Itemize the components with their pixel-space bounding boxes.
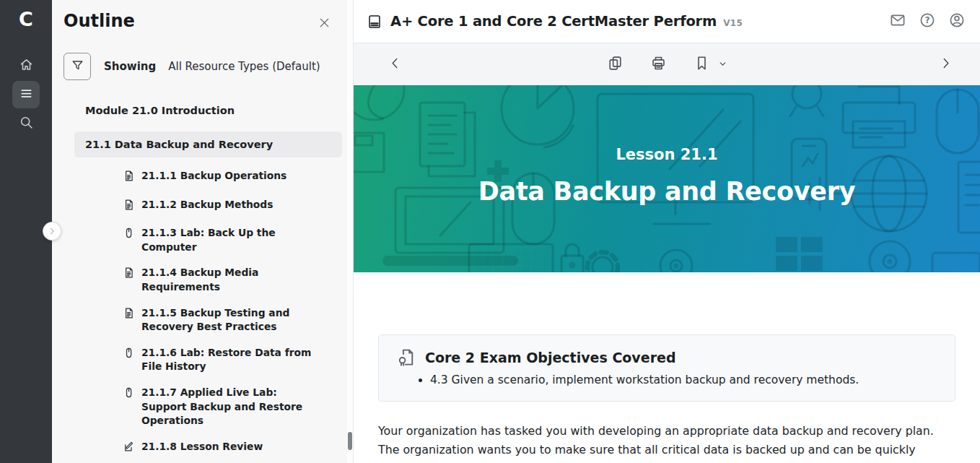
objectives-title: Core 2 Exam Objectives Covered	[425, 350, 676, 365]
copy-button[interactable]	[607, 55, 624, 74]
objective-bullet: 4.3 Given a scenario, implement workstat…	[430, 373, 936, 386]
lesson-body: Core 2 Exam Objectives Covered 4.3 Given…	[354, 334, 980, 463]
outline-item[interactable]: 21.1.7 Applied Live Lab: Support Backup …	[123, 386, 318, 428]
print-button[interactable]	[650, 55, 667, 74]
bookmark-button[interactable]	[694, 55, 710, 74]
outline-item-label: 21.1.6 Lab: Restore Data from File Histo…	[141, 346, 318, 374]
outline-item[interactable]: 21.1.5 Backup Testing and Recovery Best …	[123, 306, 318, 334]
mouse-icon	[123, 227, 135, 254]
outline-item[interactable]: Module 21.0 Introduction	[85, 103, 353, 118]
outline-item-label: 21.1 Data Backup and Recovery	[85, 139, 273, 150]
printer-icon	[650, 55, 667, 74]
copy-icon	[607, 55, 624, 74]
resource-filter-row: Showing All Resource Types (Default)	[64, 53, 353, 80]
outline-item[interactable]: 21.1.8 Lesson Review	[123, 440, 318, 457]
messages-button[interactable]	[889, 12, 906, 32]
outline-scrollbar[interactable]	[347, 0, 353, 463]
outline-item[interactable]: 21.1.6 Lab: Restore Data from File Histo…	[123, 346, 318, 374]
mouse-icon	[123, 386, 135, 428]
outline-item[interactable]: 21.1.3 Lab: Back Up the Computer	[123, 226, 318, 254]
next-page-button[interactable]	[939, 43, 953, 85]
doc-icon	[123, 170, 135, 186]
edit-icon	[123, 441, 135, 457]
mouse-icon	[123, 347, 135, 374]
outline-item-label: 21.1.7 Applied Live Lab: Support Backup …	[141, 386, 318, 428]
lesson-title: Data Backup and Recovery	[354, 177, 980, 206]
close-icon	[318, 19, 331, 33]
chevron-right-icon	[48, 225, 56, 238]
account-icon	[948, 12, 966, 32]
close-outline-button[interactable]	[318, 16, 331, 33]
previous-page-button[interactable]	[388, 43, 402, 85]
filter-icon	[71, 59, 84, 74]
outline-item[interactable]: 21.1.2 Backup Methods	[123, 198, 318, 215]
exam-objectives-box: Core 2 Exam Objectives Covered 4.3 Given…	[378, 334, 955, 402]
page-toolbar	[354, 43, 980, 85]
outline-item[interactable]: 21.1.4 Backup Media Requirements	[123, 266, 318, 294]
help-icon	[919, 12, 936, 32]
brand-logo: C	[0, 8, 52, 30]
filter-button[interactable]	[64, 53, 91, 80]
outline-scrollbar-thumb[interactable]	[348, 432, 352, 450]
course-header: A+ Core 1 and Core 2 CertMaster Perform …	[354, 0, 980, 43]
bookmark-icon	[694, 55, 710, 74]
main-content: A+ Core 1 and Core 2 CertMaster Perform …	[354, 0, 980, 463]
course-book-icon	[367, 14, 382, 30]
search-button[interactable]	[12, 110, 40, 137]
outline-panel: Outline Showing All Resource Types (Defa…	[52, 0, 354, 463]
doc-icon	[123, 307, 135, 334]
outline-item-label: 21.1.8 Lesson Review	[141, 440, 263, 457]
filter-value: All Resource Types (Default)	[168, 60, 320, 73]
outline-item-label: 21.1.2 Backup Methods	[141, 198, 273, 215]
outline-item-label: 21.1.5 Backup Testing and Recovery Best …	[141, 306, 318, 334]
chevron-down-icon	[718, 58, 727, 72]
help-button[interactable]	[919, 12, 936, 32]
outline-item-label: Module 21.0 Introduction	[85, 105, 235, 116]
lesson-hero-banner: Lesson 21.1 Data Backup and Recovery	[354, 85, 980, 272]
doc-icon	[123, 199, 135, 215]
home-button[interactable]	[12, 52, 40, 79]
outline-item-label: 21.1.4 Backup Media Requirements	[141, 266, 318, 294]
filter-label: Showing	[104, 60, 156, 73]
objectives-list: 4.3 Given a scenario, implement workstat…	[430, 373, 936, 386]
outline-item[interactable]: 21.1 Data Backup and Recovery	[74, 131, 342, 158]
bookmark-menu-button[interactable]	[718, 58, 727, 72]
mail-icon	[889, 12, 906, 32]
outline-item[interactable]: 21.1.1 Backup Operations	[123, 169, 318, 186]
outline-item-label: 21.1.3 Lab: Back Up the Computer	[141, 226, 318, 254]
outline-toggle-button[interactable]	[12, 81, 40, 108]
course-version-badge: V15	[723, 18, 743, 28]
lesson-number: Lesson 21.1	[354, 146, 980, 163]
outline-list: Module 21.0 Introduction 21.1 Data Backu…	[52, 103, 353, 463]
lesson-paragraph: Your organization has tasked you with de…	[378, 422, 955, 463]
account-button[interactable]	[948, 12, 966, 32]
outline-title: Outline	[64, 11, 135, 31]
certificate-icon	[396, 347, 416, 367]
doc-icon	[123, 267, 135, 294]
collapse-panel-button[interactable]	[43, 222, 61, 241]
home-icon	[19, 57, 34, 75]
menu-icon	[19, 86, 34, 104]
course-title: A+ Core 1 and Core 2 CertMaster Perform	[390, 13, 717, 30]
search-icon	[19, 115, 34, 133]
chevron-right-icon	[939, 56, 953, 73]
chevron-left-icon	[388, 56, 402, 73]
outline-item-label: 21.1.1 Backup Operations	[141, 169, 286, 186]
